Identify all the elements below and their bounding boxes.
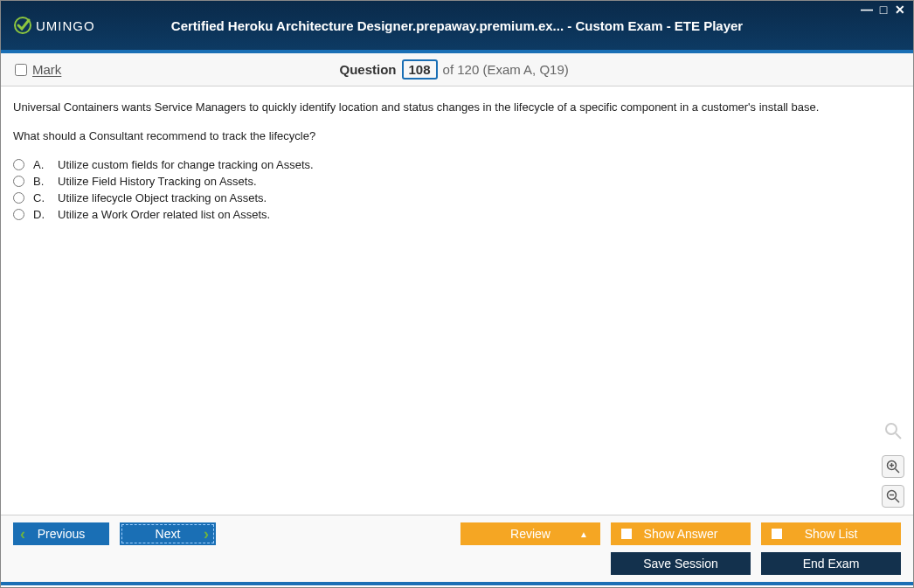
option-c[interactable]: C. Utilize lifecycle Object tracking on …	[13, 191, 901, 204]
minimize-icon[interactable]: —	[859, 3, 875, 17]
title-bar: UMINGO Certified Heroku Architecture Des…	[1, 1, 913, 53]
show-answer-label: Show Answer	[644, 527, 718, 541]
zoom-in-icon[interactable]	[882, 455, 904, 478]
question-indicator: Question 108 of 120 (Exam A, Q19)	[61, 59, 847, 80]
question-content: Universal Containers wants Service Manag…	[1, 86, 913, 515]
zoom-out-icon[interactable]	[882, 485, 904, 508]
review-button[interactable]: Review ▲	[460, 522, 600, 545]
svg-line-8	[896, 499, 900, 503]
show-list-check-icon	[772, 529, 782, 539]
option-d-text: Utilize a Work Order related list on Ass…	[58, 208, 270, 221]
show-list-label: Show List	[805, 527, 858, 541]
window-title: Certified Heroku Architecture Designer.p…	[171, 18, 743, 33]
window-controls: — □ ✕	[859, 3, 908, 17]
zoom-tools	[882, 421, 904, 508]
question-number: 108	[402, 59, 438, 80]
option-a-letter: A.	[33, 158, 49, 171]
logo-check-icon	[13, 16, 32, 35]
question-bar: Mark Question 108 of 120 (Exam A, Q19)	[1, 53, 913, 86]
svg-line-2	[896, 433, 901, 439]
save-session-button[interactable]: Save Session	[611, 552, 751, 575]
svg-point-1	[886, 424, 897, 434]
option-b-letter: B.	[33, 175, 49, 188]
app-logo: UMINGO	[13, 16, 95, 35]
next-button[interactable]: Next	[120, 522, 216, 545]
option-c-text: Utilize lifecycle Object tracking on Ass…	[58, 191, 267, 204]
maximize-icon[interactable]: □	[876, 3, 891, 17]
option-b-text: Utilize Field History Tracking on Assets…	[58, 175, 257, 188]
option-a[interactable]: A. Utilize custom fields for change trac…	[13, 158, 901, 171]
option-d-letter: D.	[33, 208, 49, 221]
option-c-letter: C.	[33, 191, 49, 204]
mark-checkbox[interactable]	[15, 64, 27, 76]
footer: Previous Next Review ▲ Show Answer Show …	[1, 515, 913, 582]
show-answer-check-icon	[621, 529, 632, 539]
review-label: Review	[510, 527, 550, 541]
close-icon[interactable]: ✕	[892, 3, 908, 17]
question-text-1: Universal Containers wants Service Manag…	[13, 100, 901, 114]
svg-line-4	[896, 469, 900, 474]
logo-text: UMINGO	[36, 18, 95, 33]
show-list-button[interactable]: Show List	[761, 522, 901, 545]
answer-options: A. Utilize custom fields for change trac…	[13, 158, 901, 221]
mark-checkbox-group[interactable]: Mark	[15, 62, 61, 77]
question-label: Question	[340, 62, 397, 77]
option-d[interactable]: D. Utilize a Work Order related list on …	[13, 208, 901, 221]
end-exam-button[interactable]: End Exam	[761, 552, 901, 575]
option-d-radio[interactable]	[13, 209, 24, 220]
show-answer-button[interactable]: Show Answer	[611, 522, 751, 545]
bottom-accent	[1, 582, 913, 585]
option-c-radio[interactable]	[13, 192, 24, 204]
option-a-radio[interactable]	[13, 159, 24, 170]
chevron-up-icon: ▲	[579, 529, 588, 539]
previous-button[interactable]: Previous	[13, 522, 109, 545]
search-icon[interactable]	[883, 421, 903, 445]
mark-label: Mark	[32, 62, 61, 77]
question-text-2: What should a Consultant recommend to tr…	[13, 129, 901, 142]
question-of-text: of 120 (Exam A, Q19)	[443, 62, 569, 77]
option-a-text: Utilize custom fields for change trackin…	[58, 158, 314, 171]
option-b[interactable]: B. Utilize Field History Tracking on Ass…	[13, 175, 901, 188]
option-b-radio[interactable]	[13, 176, 24, 187]
